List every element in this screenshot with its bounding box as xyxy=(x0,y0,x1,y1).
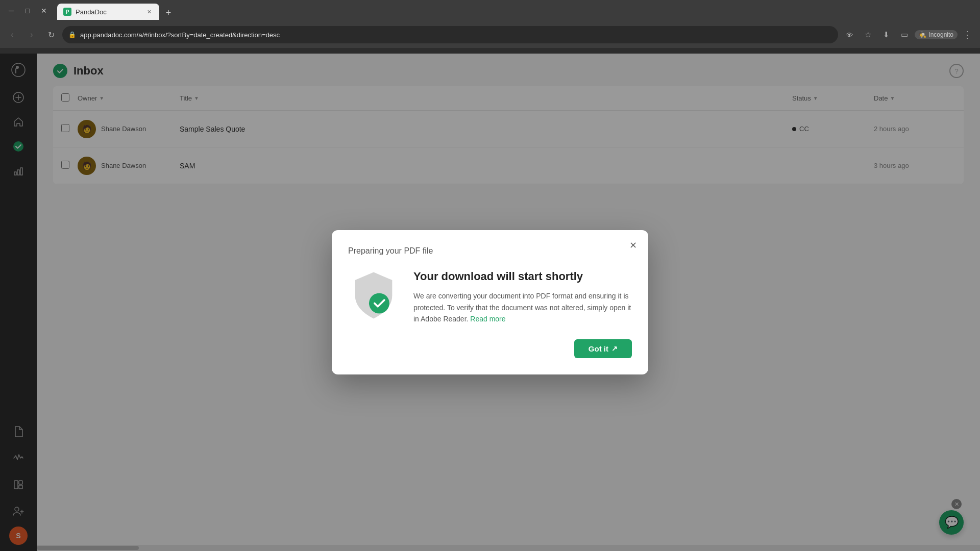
maximize-button[interactable]: □ xyxy=(20,4,35,18)
got-it-button[interactable]: Got it ↗ xyxy=(574,339,632,358)
bookmark-star-icon[interactable]: ☆ xyxy=(860,27,876,43)
modal-body-text: We are converting your document into PDF… xyxy=(413,290,632,324)
browser-titlebar: ─ □ ✕ P PandaDoc ✕ + xyxy=(0,0,980,21)
browser-tab[interactable]: P PandaDoc ✕ xyxy=(57,4,159,20)
url-text: app.pandadoc.com/a/#/inbox/?sortBy=date_… xyxy=(80,31,832,39)
sidebar-toggle-icon[interactable]: ▭ xyxy=(896,27,913,43)
browser-controls: ─ □ ✕ xyxy=(4,4,51,18)
toolbar-actions: 👁 ☆ ⬇ ▭ 🕵 Incognito ⋮ xyxy=(841,27,976,43)
modal-heading: Your download will start shortly xyxy=(413,270,632,283)
more-options-button[interactable]: ⋮ xyxy=(960,27,976,43)
modal-close-button[interactable]: ✕ xyxy=(626,238,640,253)
incognito-label: Incognito xyxy=(928,31,953,38)
eye-off-icon[interactable]: 👁 xyxy=(841,27,857,43)
close-browser-button[interactable]: ✕ xyxy=(37,4,51,18)
address-bar[interactable]: 🔒 app.pandadoc.com/a/#/inbox/?sortBy=dat… xyxy=(62,26,838,43)
tab-title: PandaDoc xyxy=(76,8,141,16)
modal-content: Your download will start shortly We are … xyxy=(413,270,632,324)
modal-title: Preparing your PDF file xyxy=(348,246,632,256)
tab-bar: P PandaDoc ✕ + xyxy=(53,2,176,20)
cursor-icon: ↗ xyxy=(611,344,618,353)
shield-icon-wrap xyxy=(348,270,399,321)
minimize-button[interactable]: ─ xyxy=(4,4,18,18)
incognito-badge: 🕵 Incognito xyxy=(915,30,958,39)
lock-icon: 🔒 xyxy=(68,31,76,38)
new-tab-button[interactable]: + xyxy=(161,6,176,20)
browser-chrome: ─ □ ✕ P PandaDoc ✕ + ‹ › ↻ 🔒 app.pandado… xyxy=(0,0,980,54)
download-icon[interactable]: ⬇ xyxy=(878,27,894,43)
shield-svg xyxy=(348,270,399,321)
tab-favicon: P xyxy=(63,8,71,16)
back-button[interactable]: ‹ xyxy=(4,27,20,43)
forward-button[interactable]: › xyxy=(23,27,40,43)
incognito-icon: 🕵 xyxy=(919,31,926,38)
modal-footer: Got it ↗ xyxy=(348,339,632,358)
pdf-prep-modal: ✕ Preparing your PDF file Your download … xyxy=(332,230,648,374)
modal-body: Your download will start shortly We are … xyxy=(348,270,632,324)
modal-overlay: ✕ Preparing your PDF file Your download … xyxy=(0,54,980,551)
svg-point-12 xyxy=(369,293,389,314)
tab-close-icon[interactable]: ✕ xyxy=(145,8,153,16)
read-more-link[interactable]: Read more xyxy=(470,315,505,323)
reload-button[interactable]: ↻ xyxy=(43,27,59,43)
browser-toolbar: ‹ › ↻ 🔒 app.pandadoc.com/a/#/inbox/?sort… xyxy=(0,21,980,48)
